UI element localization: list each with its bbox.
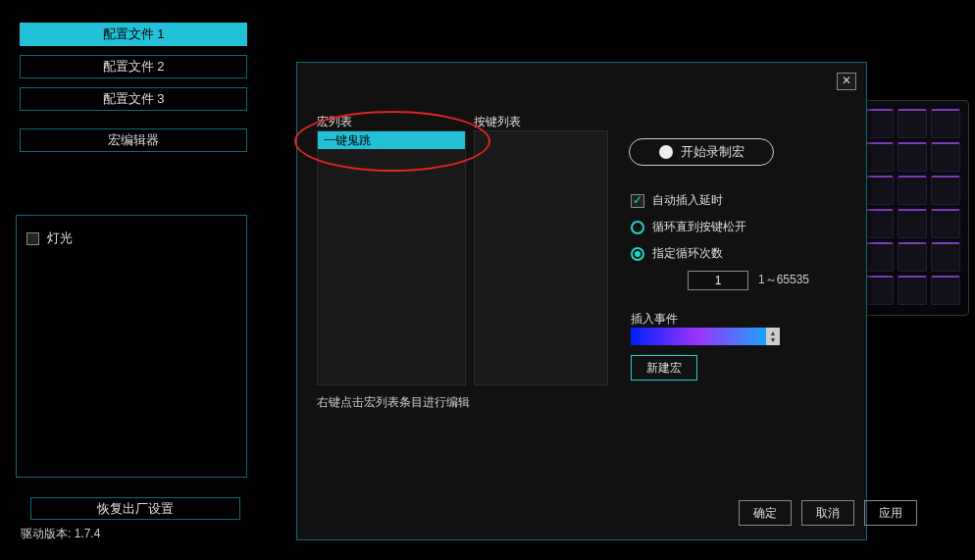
macro-list-label: 宏列表 xyxy=(317,114,352,130)
close-button[interactable]: ✕ xyxy=(837,73,856,90)
macro-edit-hint: 右键点击宏列表条目进行编辑 xyxy=(317,394,470,411)
dialog-buttons: 确定 取消 应用 xyxy=(739,500,917,526)
loop-until-release-radio[interactable] xyxy=(631,221,644,234)
start-record-button[interactable]: 开始录制宏 xyxy=(629,138,774,166)
macro-dialog: ✕ 宏列表 按键列表 一键鬼跳 右键点击宏列表条目进行编辑 开始录制宏 自动插入… xyxy=(296,62,867,540)
lighting-checkbox[interactable] xyxy=(26,232,39,245)
profile-2-button[interactable]: 配置文件 2 xyxy=(20,55,247,78)
new-macro-button[interactable]: 新建宏 xyxy=(631,355,697,381)
macro-list[interactable]: 一键鬼跳 xyxy=(317,130,466,385)
loop-count-radio[interactable] xyxy=(631,247,644,261)
start-record-label: 开始录制宏 xyxy=(681,143,744,161)
loop-count-input[interactable]: 1 xyxy=(688,271,748,290)
apply-button[interactable]: 应用 xyxy=(864,500,917,526)
restore-defaults-button[interactable]: 恢复出厂设置 xyxy=(30,497,240,520)
profile-3-button[interactable]: 配置文件 3 xyxy=(20,87,247,111)
insert-event-label: 插入事件 xyxy=(631,311,678,328)
sidebar: 配置文件 1 配置文件 2 配置文件 3 宏编辑器 xyxy=(20,23,247,152)
key-list[interactable] xyxy=(474,130,608,385)
auto-delay-checkbox[interactable] xyxy=(631,194,644,208)
stepper-arrows-icon: ▲▼ xyxy=(766,328,780,345)
macro-editor-button[interactable]: 宏编辑器 xyxy=(20,128,247,152)
profile-1-button[interactable]: 配置文件 1 xyxy=(20,23,247,46)
driver-version-value: 1.7.4 xyxy=(75,527,101,540)
key-list-label: 按键列表 xyxy=(474,114,521,130)
lighting-panel: 灯光 xyxy=(16,215,247,478)
insert-event-select[interactable]: ▲▼ xyxy=(631,328,780,345)
macro-list-item[interactable]: 一键鬼跳 xyxy=(318,131,465,149)
driver-version: 驱动版本: 1.7.4 xyxy=(21,526,100,542)
driver-version-label: 驱动版本: xyxy=(21,527,71,540)
loop-until-release-label: 循环直到按键松开 xyxy=(652,219,746,235)
ok-button[interactable]: 确定 xyxy=(739,500,792,526)
loop-count-label: 指定循环次数 xyxy=(652,245,723,262)
loop-count-range: 1～65535 xyxy=(758,272,809,288)
auto-delay-label: 自动插入延时 xyxy=(652,192,723,209)
lighting-label: 灯光 xyxy=(47,229,73,247)
cancel-button[interactable]: 取消 xyxy=(801,500,854,526)
close-icon: ✕ xyxy=(842,74,851,87)
record-icon xyxy=(659,145,673,159)
